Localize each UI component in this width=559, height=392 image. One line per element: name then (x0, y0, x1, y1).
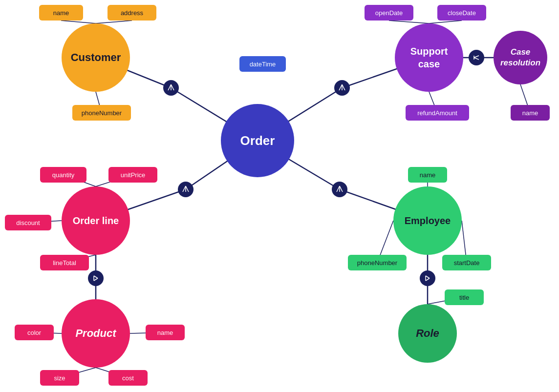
attr-support-closedate: closeDate (437, 5, 486, 21)
connector-order-support[interactable] (334, 80, 350, 96)
svg-line-15 (389, 21, 429, 23)
connector-employee-role[interactable] (420, 270, 435, 286)
support-case-node[interactable]: Supportcase (395, 23, 463, 92)
attr-orderline-unitprice: unitPrice (108, 167, 157, 183)
connector-order-customer[interactable] (163, 80, 179, 96)
attr-datetime: dateTime (239, 56, 286, 72)
attr-customer-phone: phoneNumber (72, 105, 131, 121)
attr-employee-startdate: startDate (442, 255, 491, 270)
svg-point-51 (424, 275, 431, 282)
customer-node[interactable]: Customer (62, 23, 130, 92)
attr-orderline-discount: discount (5, 215, 51, 230)
attr-employee-name: name (408, 167, 447, 183)
attr-support-refund: refundAmount (406, 105, 469, 121)
product-node[interactable]: Product (62, 299, 130, 368)
svg-line-12 (61, 21, 96, 23)
attr-customer-address: address (108, 5, 156, 21)
svg-point-47 (92, 275, 99, 282)
attr-role-title: title (445, 289, 484, 305)
order-node[interactable]: Order (221, 104, 294, 177)
attr-product-name: name (146, 325, 185, 340)
svg-line-13 (96, 21, 132, 23)
attr-customer-name: name (39, 5, 83, 21)
connector-orderline-product[interactable] (88, 270, 104, 286)
attr-employee-phone: phoneNumber (348, 255, 407, 270)
attr-product-size: size (40, 370, 79, 386)
attr-orderline-quantity: quantity (40, 167, 86, 183)
svg-line-16 (429, 21, 462, 23)
attr-product-cost: cost (108, 370, 148, 386)
connector-support-caseresolution[interactable] (469, 50, 484, 65)
role-node[interactable]: Role (398, 304, 457, 363)
case-resolution-node[interactable]: Caseresolution (494, 31, 547, 84)
attr-orderline-linetotal: lineTotal (40, 255, 89, 270)
connector-order-orderline[interactable] (178, 182, 194, 197)
attr-case-res-name: name (511, 105, 550, 121)
connector-order-employee[interactable] (332, 182, 347, 197)
attr-support-opendate: openDate (365, 5, 413, 21)
employee-node[interactable]: Employee (393, 186, 462, 255)
order-line-node[interactable]: Order line (62, 186, 130, 255)
attr-product-color: color (15, 325, 54, 340)
